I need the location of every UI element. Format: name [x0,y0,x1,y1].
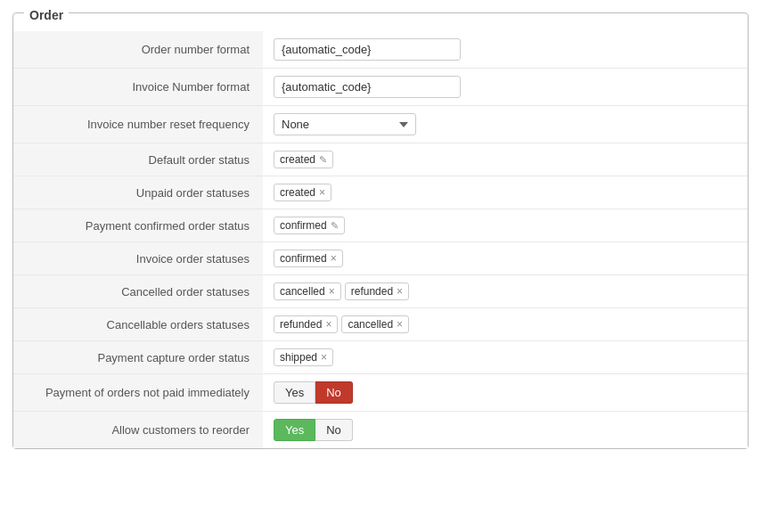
label-default-order-status: Default order status [13,143,263,176]
label-cancellable-orders-statuses: Cancellable orders statuses [13,308,263,341]
label-invoice-order-statuses: Invoice order statuses [13,242,263,275]
label-payment-capture-order-status: Payment capture order status [13,341,263,374]
order-panel: Order Order number formatInvoice Number … [12,12,749,449]
form-row-invoice-number-format: Invoice Number format [13,69,748,106]
tag-edit-icon[interactable]: ✎ [319,154,327,166]
tag-remove-icon[interactable]: × [319,187,325,198]
value-payment-not-paid-immediately: YesNo [263,374,748,412]
value-invoice-order-statuses: confirmed× [263,242,748,275]
value-allow-customers-reorder: YesNo [263,412,748,449]
tag-label: created [280,153,315,166]
value-unpaid-order-statuses: created× [263,176,748,209]
form-row-invoice-number-reset-frequency: Invoice number reset frequencyNoneDailyM… [13,106,748,143]
tag-label: shipped [280,351,317,364]
select-invoice-number-reset-frequency[interactable]: NoneDailyMonthlyYearly [274,113,416,135]
input-invoice-number-format[interactable] [274,76,461,98]
value-payment-capture-order-status: shipped× [263,341,748,374]
toggle-btn-yes-allow-customers-reorder[interactable]: Yes [274,419,315,441]
tag-label: cancelled [280,285,325,298]
input-order-number-format[interactable] [274,38,461,61]
toggle-group-allow-customers-reorder: YesNo [274,419,353,441]
form-row-default-order-status: Default order statuscreated✎ [13,143,748,176]
tag-remove-icon[interactable]: × [331,253,337,264]
label-order-number-format: Order number format [13,31,263,69]
form-row-payment-capture-order-status: Payment capture order statusshipped× [13,341,748,374]
label-payment-not-paid-immediately: Payment of orders not paid immediately [13,374,263,412]
form-row-invoice-order-statuses: Invoice order statusesconfirmed× [13,242,748,275]
tag-remove-icon[interactable]: × [329,286,335,297]
toggle-btn-yes-payment-not-paid-immediately[interactable]: Yes [274,381,315,404]
value-invoice-number-format [263,69,748,106]
form-row-cancelled-order-statuses: Cancelled order statusescancelled×refund… [13,275,748,308]
label-payment-confirmed-order-status: Payment confirmed order status [13,209,263,242]
value-invoice-number-reset-frequency: NoneDailyMonthlyYearly [263,106,748,143]
form-row-allow-customers-reorder: Allow customers to reorderYesNo [13,412,748,449]
tag-confirmed: confirmed× [274,250,343,267]
tag-remove-icon[interactable]: × [321,352,327,363]
value-default-order-status: created✎ [263,143,748,176]
tag-label: confirmed [280,252,327,265]
tag-label: confirmed [280,219,327,232]
tag-label: refunded [280,318,322,331]
tag-refunded: refunded× [345,282,409,300]
tag-cancelled: cancelled× [341,315,409,333]
tag-refunded: refunded× [274,315,338,333]
toggle-btn-no-payment-not-paid-immediately[interactable]: No [315,381,353,404]
tag-cancelled: cancelled× [274,282,341,300]
value-order-number-format [263,31,748,69]
label-invoice-number-reset-frequency: Invoice number reset frequency [13,106,263,143]
settings-table: Order number formatInvoice Number format… [13,31,748,448]
value-cancellable-orders-statuses: refunded×cancelled× [263,308,748,341]
toggle-group-payment-not-paid-immediately: YesNo [274,381,353,404]
label-unpaid-order-statuses: Unpaid order statuses [13,176,263,209]
form-row-unpaid-order-statuses: Unpaid order statusescreated× [13,176,748,209]
tag-remove-icon[interactable]: × [397,319,403,330]
toggle-btn-no-allow-customers-reorder[interactable]: No [315,419,353,441]
tag-label: created [280,186,315,199]
label-allow-customers-reorder: Allow customers to reorder [13,412,263,449]
form-row-cancellable-orders-statuses: Cancellable orders statusesrefunded×canc… [13,308,748,341]
tag-confirmed: confirmed✎ [274,217,345,234]
tag-created: created✎ [274,151,333,168]
tag-edit-icon[interactable]: ✎ [331,220,339,232]
tag-remove-icon[interactable]: × [325,319,331,330]
label-invoice-number-format: Invoice Number format [13,69,263,106]
tag-shipped: shipped× [274,348,333,366]
value-cancelled-order-statuses: cancelled×refunded× [263,275,748,308]
tag-label: cancelled [348,318,393,331]
form-row-payment-not-paid-immediately: Payment of orders not paid immediatelyYe… [13,374,748,412]
form-row-payment-confirmed-order-status: Payment confirmed order statusconfirmed✎ [13,209,748,242]
tag-created: created× [274,184,331,201]
label-cancelled-order-statuses: Cancelled order statuses [13,275,263,308]
tag-remove-icon[interactable]: × [397,286,403,297]
tag-label: refunded [351,285,393,298]
value-payment-confirmed-order-status: confirmed✎ [263,209,748,242]
form-row-order-number-format: Order number format [13,31,748,69]
panel-title: Order [24,8,69,22]
